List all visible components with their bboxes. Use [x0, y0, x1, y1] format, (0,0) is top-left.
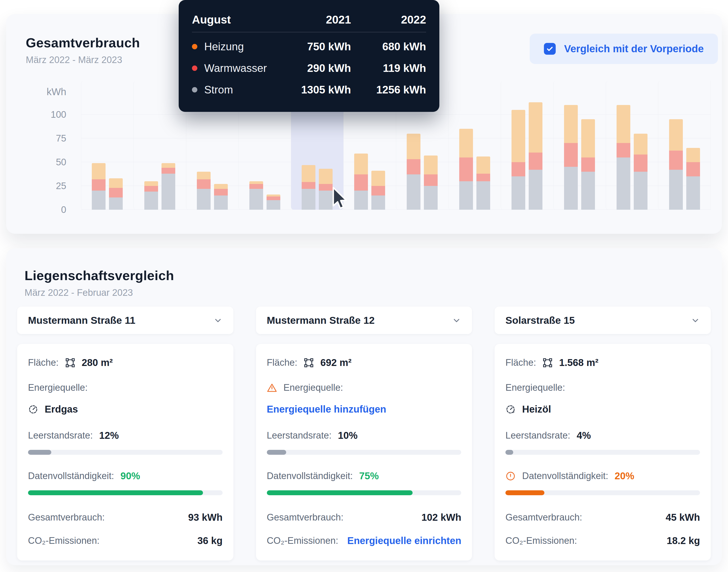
- stacked-bar[interactable]: [529, 102, 542, 210]
- add-energy-source-link[interactable]: Energiequelle hinzufügen: [267, 404, 386, 415]
- bar-segment-warmwasser: [424, 174, 438, 186]
- bar-segment-heizung: [92, 163, 106, 179]
- stacked-bar[interactable]: [686, 148, 700, 210]
- bar-group[interactable]: [501, 81, 553, 210]
- total-consumption-row: Gesamtverbrauch: 93 kWh: [28, 512, 223, 523]
- stacked-bar[interactable]: [459, 129, 473, 210]
- bar-group[interactable]: [448, 81, 501, 210]
- bar-segment-warmwasser: [581, 157, 595, 172]
- property-select-2[interactable]: Mustermann Straße 12: [256, 307, 472, 334]
- chevron-down-icon: [691, 316, 700, 325]
- bar-segment-heizung: [371, 171, 385, 186]
- total-consumption-label: Gesamtverbrauch:: [267, 512, 344, 523]
- area-label: Fläche:: [505, 357, 536, 368]
- bar-segment-heizung: [109, 178, 123, 188]
- total-consumption-row: Gesamtverbrauch: 45 kWh: [505, 512, 700, 523]
- chevron-down-icon: [213, 316, 223, 325]
- stacked-bar[interactable]: [214, 184, 228, 210]
- property-name: Mustermann Straße 12: [267, 315, 375, 326]
- vacancy-value: 10%: [338, 430, 358, 441]
- stacked-bar[interactable]: [162, 163, 175, 210]
- total-consumption-label: Gesamtverbrauch:: [505, 512, 582, 523]
- liegenschaftsvergleich-card: Liegenschaftsvergleich März 2022 - Febru…: [6, 248, 722, 565]
- energy-source-value: Erdgas: [45, 404, 78, 415]
- warning-circle-icon: [505, 471, 516, 481]
- stacked-bar[interactable]: [407, 134, 420, 210]
- compare-checkbox[interactable]: [544, 43, 556, 55]
- compare-toggle[interactable]: Vergleich mit der Vorperiode: [530, 33, 718, 64]
- stacked-bar[interactable]: [476, 156, 490, 210]
- energy-source-row: Heizöl: [505, 404, 700, 415]
- bar-group[interactable]: [553, 81, 606, 210]
- area-row: Fläche: 280 m²: [28, 357, 223, 368]
- stacked-bar[interactable]: [424, 155, 438, 210]
- stacked-bar[interactable]: [669, 119, 683, 210]
- area-label: Fläche:: [267, 357, 298, 368]
- tooltip-value-2021: 750 kWh: [272, 41, 351, 53]
- bar-group[interactable]: [81, 81, 133, 210]
- bar-group[interactable]: [606, 81, 658, 210]
- bar-group[interactable]: [658, 81, 711, 210]
- gas-meter-icon: [28, 404, 38, 415]
- area-value: 280 m²: [82, 357, 113, 368]
- stacked-bar[interactable]: [634, 134, 648, 210]
- stacked-bar[interactable]: [266, 195, 280, 210]
- property-select-3[interactable]: Solarstraße 15: [495, 307, 711, 334]
- bar-segment-warmwasser: [634, 154, 648, 172]
- bar-segment-heizung: [564, 105, 578, 143]
- period-subtitle: März 2022 - Februar 2023: [24, 287, 174, 298]
- bar-segment-heizung: [144, 181, 158, 186]
- stacked-bar[interactable]: [617, 105, 630, 210]
- bar-segment-warmwasser: [617, 143, 630, 157]
- bar-segment-heizung: [354, 153, 368, 174]
- setup-energy-source-link[interactable]: Energiequelle einrichten: [347, 535, 462, 546]
- stacked-bar[interactable]: [144, 181, 158, 210]
- bar-segment-warmwasser: [302, 182, 315, 189]
- mouse-cursor-icon: [328, 186, 347, 211]
- data-completeness-progress-fill: [28, 490, 203, 495]
- area-icon: [542, 358, 553, 368]
- stacked-bar[interactable]: [92, 163, 106, 210]
- bar-segment-warmwasser: [511, 162, 525, 176]
- property-column-2: Mustermann Straße 12 Fläche: 692 m²: [256, 307, 472, 561]
- energy-source-label: Energiequelle:: [28, 382, 87, 393]
- bar-segment-heizung: [617, 105, 630, 143]
- bar-segment-strom: [407, 174, 420, 210]
- total-consumption-value: 45 kWh: [666, 512, 700, 523]
- vacancy-value: 4%: [577, 430, 591, 441]
- area-value: 692 m²: [320, 357, 352, 368]
- co2-value: 18.2 kg: [667, 535, 700, 546]
- tooltip-row-warmwasser: Warmwasser 290 kWh 119 kWh: [192, 57, 426, 79]
- tooltip-month: August: [192, 13, 272, 26]
- bar-segment-strom: [197, 189, 210, 210]
- bar-segment-heizung: [424, 155, 438, 174]
- stacked-bar[interactable]: [581, 119, 595, 210]
- co2-row: CO₂-Emissionen: 18.2 kg: [505, 535, 700, 546]
- vacancy-label: Leerstandsrate:: [267, 430, 331, 441]
- stacked-bar[interactable]: [302, 165, 315, 210]
- bar-segment-strom: [564, 167, 578, 210]
- stacked-bar[interactable]: [197, 172, 210, 210]
- co2-row: CO₂-Emissionen: 36 kg: [28, 535, 223, 546]
- stacked-bar[interactable]: [354, 153, 368, 210]
- data-completeness-label: Datenvollständigkeit:: [522, 471, 608, 481]
- bar-segment-heizung: [476, 156, 490, 174]
- tooltip-label: Heizung: [204, 41, 244, 53]
- bottom-card-header: Liegenschaftsvergleich März 2022 - Febru…: [24, 268, 174, 298]
- chart-y-axis: 1007550250kWh: [6, 81, 66, 210]
- bar-segment-heizung: [511, 110, 525, 162]
- bar-segment-strom: [581, 172, 595, 210]
- bar-group[interactable]: [133, 81, 186, 210]
- stacked-bar[interactable]: [511, 110, 525, 210]
- data-completeness-progress-fill: [505, 490, 544, 495]
- property-name: Solarstraße 15: [505, 315, 575, 326]
- property-select-1[interactable]: Mustermann Straße 11: [17, 307, 233, 334]
- bar-segment-warmwasser: [529, 153, 542, 170]
- stacked-bar[interactable]: [564, 105, 578, 210]
- stacked-bar[interactable]: [109, 178, 123, 210]
- property-column-1: Mustermann Straße 11 Fläche: 280 m² Ene: [17, 307, 233, 561]
- area-label: Fläche:: [28, 357, 59, 368]
- stacked-bar[interactable]: [371, 171, 385, 210]
- stacked-bar[interactable]: [249, 181, 263, 210]
- vacancy-row: Leerstandsrate: 4%: [505, 430, 700, 441]
